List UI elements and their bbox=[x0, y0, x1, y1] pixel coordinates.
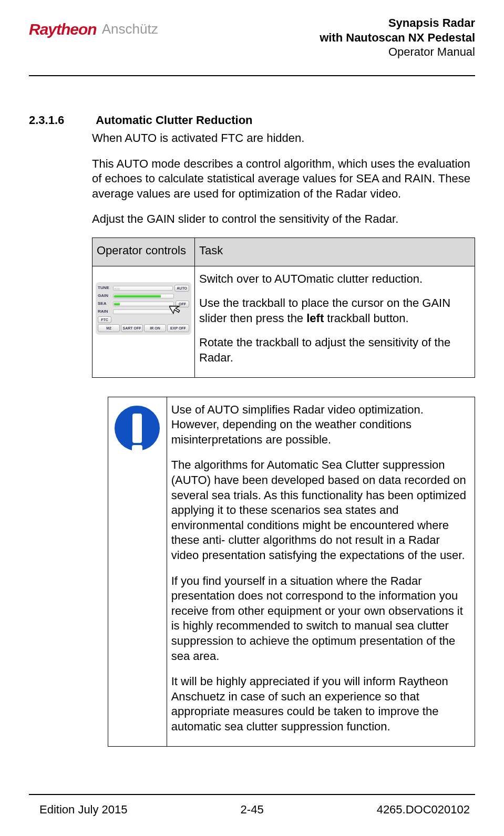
th-task: Task bbox=[195, 238, 475, 266]
para-1: When AUTO is activated FTC are hidden. bbox=[92, 131, 475, 146]
doc-title: Synapsis Radar with Nautoscan NX Pedesta… bbox=[320, 16, 475, 59]
controls-table: Operator controls Task TUNEAUTO GAINX SE… bbox=[92, 238, 475, 378]
footer-page-number: 2-45 bbox=[241, 802, 264, 818]
cursor-icon bbox=[169, 301, 183, 315]
rp-exp: EXP OFF bbox=[167, 324, 189, 332]
logo-anschutz: Anschütz bbox=[102, 20, 158, 38]
section-heading: 2.3.1.6 Automatic Clutter Reduction bbox=[29, 113, 475, 128]
logo-group: Raytheon Anschütz bbox=[29, 16, 158, 39]
note-table: Use of AUTO simplifies Radar video optim… bbox=[108, 397, 475, 747]
task-p2: Use the trackball to place the cursor on… bbox=[199, 296, 470, 326]
rp-sea: SEA bbox=[98, 301, 111, 306]
th-operator-controls: Operator controls bbox=[92, 238, 195, 266]
note-p3: If you find yourself in a situation wher… bbox=[171, 574, 470, 664]
section-title: Automatic Clutter Reduction bbox=[96, 113, 252, 128]
doc-title-3: Operator Manual bbox=[320, 45, 475, 59]
note-p4: It will be highly appreciated if you wil… bbox=[171, 674, 470, 734]
table-row: Use of AUTO simplifies Radar video optim… bbox=[108, 397, 475, 746]
rp-ftc: FTC bbox=[98, 316, 111, 323]
note-text-cell: Use of AUTO simplifies Radar video optim… bbox=[167, 397, 475, 746]
para-3: Adjust the GAIN slider to control the se… bbox=[92, 212, 475, 227]
note-p2: The algorithms for Automatic Sea Clutter… bbox=[171, 458, 470, 563]
rp-m2: M2 bbox=[98, 324, 120, 332]
footer-edition: Edition July 2015 bbox=[39, 802, 128, 818]
note-p1: Use of AUTO simplifies Radar video optim… bbox=[171, 402, 470, 448]
rp-rain: RAIN bbox=[98, 309, 111, 314]
mandatory-icon bbox=[115, 406, 160, 451]
rp-gain: GAIN bbox=[98, 293, 111, 298]
figure-cell: TUNEAUTO GAINX SEAOFF RAINX FTCX M2 SART… bbox=[92, 266, 195, 377]
section-body: When AUTO is activated FTC are hidden. T… bbox=[92, 131, 475, 746]
table-header-row: Operator controls Task bbox=[92, 238, 475, 266]
logo-raytheon: Raytheon bbox=[29, 19, 97, 39]
table-row: TUNEAUTO GAINX SEAOFF RAINX FTCX M2 SART… bbox=[92, 266, 475, 377]
radar-panel-figure: TUNEAUTO GAINX SEAOFF RAINX FTCX M2 SART… bbox=[96, 282, 191, 335]
doc-title-2: with Nautoscan NX Pedestal bbox=[320, 30, 475, 45]
rp-auto: AUTO bbox=[174, 285, 189, 292]
content: 2.3.1.6 Automatic Clutter Reduction When… bbox=[29, 113, 475, 747]
doc-title-1: Synapsis Radar bbox=[320, 16, 475, 30]
task-cell: Switch over to AUTOmatic clutter reducti… bbox=[195, 266, 475, 377]
rp-sart: SART OFF bbox=[121, 324, 143, 332]
header-rule bbox=[29, 75, 475, 76]
para-2: This AUTO mode describes a control algor… bbox=[92, 157, 475, 202]
rp-ir: IR ON bbox=[144, 324, 166, 332]
footer-doc-number: 4265.DOC020102 bbox=[377, 802, 470, 818]
note-icon-cell bbox=[108, 397, 167, 746]
task-p3: Rotate the trackball to adjust the sensi… bbox=[199, 335, 470, 365]
task-p1: Switch over to AUTOmatic clutter reducti… bbox=[199, 272, 470, 287]
rp-tune: TUNE bbox=[98, 285, 111, 291]
page-header: Raytheon Anschütz Synapsis Radar with Na… bbox=[29, 16, 475, 70]
page-footer: Edition July 2015 2-45 4265.DOC020102 bbox=[29, 794, 475, 818]
section-number: 2.3.1.6 bbox=[29, 113, 64, 128]
footer-rule bbox=[29, 794, 475, 795]
